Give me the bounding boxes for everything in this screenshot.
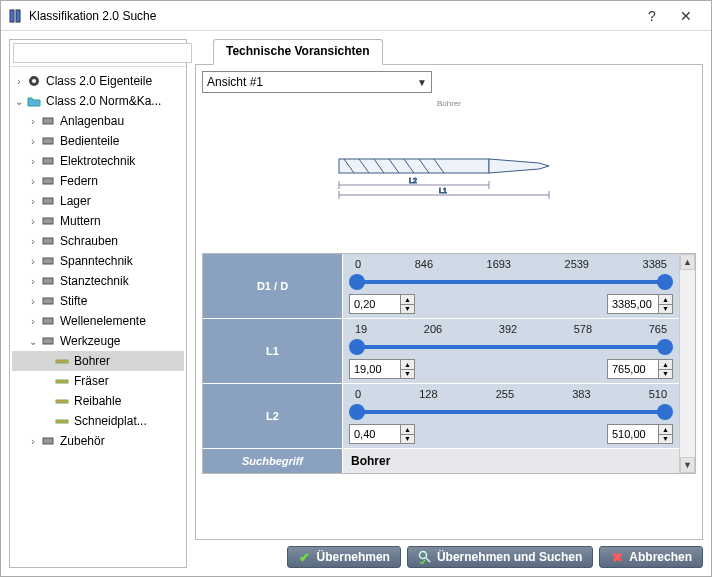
svg-rect-11 <box>43 258 53 264</box>
apply-button-label: Übernehmen <box>317 550 390 564</box>
max-spinner-input[interactable] <box>608 295 658 313</box>
max-spinner-input[interactable] <box>608 360 658 378</box>
chevron-right-icon[interactable]: › <box>26 176 40 187</box>
tab-technical-previews[interactable]: Technische Voransichten <box>213 39 383 65</box>
max-spinner[interactable]: ▲▼ <box>607 294 673 314</box>
tree-item[interactable]: ›Class 2.0 Eigenteile <box>12 71 184 91</box>
chevron-right-icon[interactable]: › <box>26 216 40 227</box>
tree-item[interactable]: ›Wellenelemente <box>12 311 184 331</box>
cancel-button[interactable]: ✖ Abbrechen <box>599 546 703 568</box>
chevron-right-icon[interactable]: › <box>26 276 40 287</box>
spinner-down-icon[interactable]: ▼ <box>401 305 414 314</box>
min-spinner-input[interactable] <box>350 360 400 378</box>
spinner-down-icon[interactable]: ▼ <box>659 435 672 444</box>
tree-item[interactable]: ›Zubehör <box>12 431 184 451</box>
slider-tick-label: 0 <box>355 388 361 400</box>
sidebar-search-input[interactable] <box>13 43 192 63</box>
tree-item[interactable]: Reibahle <box>12 391 184 411</box>
spinner-up-icon[interactable]: ▲ <box>659 425 672 435</box>
tree-item[interactable]: ⌄Werkzeuge <box>12 331 184 351</box>
param-content: 0128255383510▲▼▲▼ <box>343 384 679 448</box>
tree-item[interactable]: Bohrer <box>12 351 184 371</box>
chevron-right-icon[interactable]: › <box>26 316 40 327</box>
slider-thumb-min[interactable] <box>349 339 365 355</box>
tree-item[interactable]: ›Lager <box>12 191 184 211</box>
range-slider[interactable] <box>355 404 667 420</box>
tree-item[interactable]: ›Anlagenbau <box>12 111 184 131</box>
chevron-right-icon[interactable]: › <box>26 196 40 207</box>
chevron-right-icon[interactable]: › <box>26 156 40 167</box>
min-spinner-input[interactable] <box>350 295 400 313</box>
spinner-up-icon[interactable]: ▲ <box>659 360 672 370</box>
min-spinner[interactable]: ▲▼ <box>349 359 415 379</box>
spinner-down-icon[interactable]: ▼ <box>401 370 414 379</box>
max-spinner[interactable]: ▲▼ <box>607 424 673 444</box>
slider-tick-label: 765 <box>649 323 667 335</box>
chevron-down-icon[interactable]: ⌄ <box>26 336 40 347</box>
range-slider[interactable] <box>355 339 667 355</box>
check-icon: ✔ <box>298 550 312 564</box>
params-scrollbar[interactable]: ▲ ▼ <box>679 254 695 473</box>
param-label: L1 <box>203 319 343 383</box>
svg-rect-12 <box>43 278 53 284</box>
scroll-up-icon[interactable]: ▲ <box>680 254 695 270</box>
min-spinner[interactable]: ▲▼ <box>349 424 415 444</box>
tree-item-label: Muttern <box>60 214 101 228</box>
max-spinner[interactable]: ▲▼ <box>607 359 673 379</box>
tree-item[interactable]: ⌄Class 2.0 Norm&Ka... <box>12 91 184 111</box>
tree-item[interactable]: ›Federn <box>12 171 184 191</box>
spinner-up-icon[interactable]: ▲ <box>401 425 414 435</box>
chevron-right-icon[interactable]: › <box>26 116 40 127</box>
slider-thumb-max[interactable] <box>657 339 673 355</box>
svg-rect-5 <box>43 138 53 144</box>
tree-item[interactable]: Schneidplat... <box>12 411 184 431</box>
chevron-right-icon[interactable]: › <box>12 76 26 87</box>
slider-thumb-max[interactable] <box>657 404 673 420</box>
max-spinner-input[interactable] <box>608 425 658 443</box>
apply-and-search-button[interactable]: Übernehmen und Suchen <box>407 546 593 568</box>
tree-item[interactable]: ›Stanztechnik <box>12 271 184 291</box>
spinner-up-icon[interactable]: ▲ <box>401 295 414 305</box>
spinner-down-icon[interactable]: ▼ <box>659 370 672 379</box>
content: ›Class 2.0 Eigenteile⌄Class 2.0 Norm&Ka.… <box>1 31 711 576</box>
tool-icon <box>54 413 70 429</box>
spinner-down-icon[interactable]: ▼ <box>659 305 672 314</box>
tree-item[interactable]: ›Spanntechnik <box>12 251 184 271</box>
param-label: D1 / D <box>203 254 343 318</box>
chevron-right-icon[interactable]: › <box>26 236 40 247</box>
min-spinner[interactable]: ▲▼ <box>349 294 415 314</box>
tool-icon <box>54 353 70 369</box>
slider-thumb-max[interactable] <box>657 274 673 290</box>
spinner-down-icon[interactable]: ▼ <box>401 435 414 444</box>
range-slider[interactable] <box>355 274 667 290</box>
chevron-right-icon[interactable]: › <box>26 296 40 307</box>
spinner-up-icon[interactable]: ▲ <box>401 360 414 370</box>
close-icon: ✖ <box>610 550 624 564</box>
tree-item[interactable]: ›Stifte <box>12 291 184 311</box>
help-button[interactable]: ? <box>635 4 669 28</box>
chevron-down-icon[interactable]: ⌄ <box>12 96 26 107</box>
classification-tree[interactable]: ›Class 2.0 Eigenteile⌄Class 2.0 Norm&Ka.… <box>10 67 186 567</box>
part-icon <box>40 133 56 149</box>
tree-item[interactable]: ›Schrauben <box>12 231 184 251</box>
tree-item[interactable]: ›Bedienteile <box>12 131 184 151</box>
apply-button[interactable]: ✔ Übernehmen <box>287 546 401 568</box>
svg-rect-16 <box>56 360 68 363</box>
slider-thumb-min[interactable] <box>349 274 365 290</box>
tree-item[interactable]: ›Muttern <box>12 211 184 231</box>
close-button[interactable]: ✕ <box>669 4 703 28</box>
slider-tick-label: 255 <box>496 388 514 400</box>
view-select-value: Ansicht #1 <box>207 75 263 89</box>
tree-item[interactable]: ›Elektrotechnik <box>12 151 184 171</box>
chevron-right-icon[interactable]: › <box>26 256 40 267</box>
chevron-right-icon[interactable]: › <box>26 436 40 447</box>
tree-item[interactable]: Fräser <box>12 371 184 391</box>
spinner-up-icon[interactable]: ▲ <box>659 295 672 305</box>
svg-rect-15 <box>43 338 53 344</box>
view-select[interactable]: Ansicht #1 ▼ <box>202 71 432 93</box>
chevron-down-icon: ▼ <box>417 77 427 88</box>
min-spinner-input[interactable] <box>350 425 400 443</box>
chevron-right-icon[interactable]: › <box>26 136 40 147</box>
slider-thumb-min[interactable] <box>349 404 365 420</box>
scroll-down-icon[interactable]: ▼ <box>680 457 695 473</box>
